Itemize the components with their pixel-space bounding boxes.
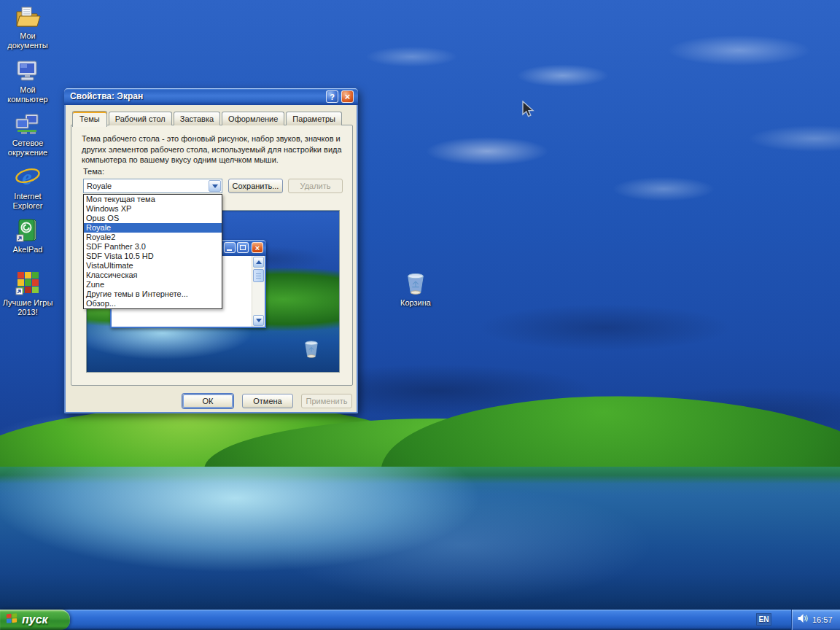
windows-flag-icon <box>6 612 18 627</box>
desktop-icon-my-computer[interactable]: Мой компьютер <box>0 57 55 104</box>
wallpaper-water <box>0 467 840 610</box>
scroll-down-icon <box>253 315 264 326</box>
start-button-label: пуск <box>22 613 48 626</box>
theme-description: Тема рабочего стола - это фоновый рисуно… <box>82 133 346 166</box>
scroll-up-icon <box>253 257 264 268</box>
desktop-icon-internet-explorer[interactable]: e Internet Explorer <box>0 163 55 211</box>
theme-list-item[interactable]: Обзор... <box>84 299 222 308</box>
minimize-icon <box>224 242 236 253</box>
save-theme-button[interactable]: Сохранить... <box>228 179 283 193</box>
theme-list-item[interactable]: Windows XP <box>84 204 222 214</box>
ie-icon: e <box>0 163 55 190</box>
preview-scrollbar <box>252 256 265 327</box>
icon-label: Internet Explorer <box>0 192 55 211</box>
computer-icon <box>0 57 55 83</box>
theme-list-item[interactable]: Классическая <box>84 271 222 280</box>
games-cube-icon <box>0 270 55 296</box>
theme-list-item[interactable]: Моя текущая тема <box>84 195 222 204</box>
theme-field-label: Тема: <box>83 167 104 176</box>
icon-label: Мой компьютер <box>0 85 55 104</box>
preview-recycle-bin-icon <box>303 338 320 361</box>
tab-settings[interactable]: Параметры <box>286 112 342 125</box>
language-indicator[interactable]: EN <box>756 613 771 626</box>
folder-documents-icon <box>0 3 55 29</box>
icon-label: Лучшие Игры 2013! <box>0 298 55 317</box>
icon-label: Мои документы <box>0 31 55 50</box>
dialog-title: Свойства: Экран <box>70 91 143 101</box>
theme-dropdown-list: Моя текущая тема Windows XP Opus OS Roya… <box>83 194 222 309</box>
combo-dropdown-button[interactable] <box>209 180 221 192</box>
desktop: Мои документы Мой компьютер <box>0 0 840 630</box>
icon-label: Сетевое окружение <box>0 139 55 158</box>
recycle-bin-icon <box>388 270 443 296</box>
tab-appearance[interactable]: Оформление <box>222 112 284 125</box>
theme-list-item-selected[interactable]: Royale <box>84 223 222 233</box>
start-button[interactable]: пуск <box>0 610 70 630</box>
taskbar-clock[interactable]: 16:57 <box>812 615 833 624</box>
taskbar: пуск EN 16:57 <box>0 610 840 630</box>
cancel-button[interactable]: Отмена <box>242 394 293 408</box>
theme-list-item[interactable]: Другие темы в Интернете... <box>84 289 222 299</box>
help-icon[interactable] <box>326 90 338 103</box>
ok-button[interactable]: ОК <box>182 394 233 408</box>
apply-button[interactable]: Применить <box>301 394 352 408</box>
tab-desktop[interactable]: Рабочий стол <box>109 112 172 125</box>
theme-list-item[interactable]: SDF Panther 3.0 <box>84 242 222 252</box>
icon-label: Корзина <box>388 298 443 308</box>
theme-list-item[interactable]: VistaUltimate <box>84 261 222 271</box>
scrollbar-thumb <box>253 269 264 282</box>
delete-theme-button[interactable]: Удалить <box>288 179 343 193</box>
desktop-icon-best-games[interactable]: Лучшие Игры 2013! <box>0 270 55 317</box>
tab-themes[interactable]: Темы <box>72 111 107 127</box>
notepad-app-icon <box>0 217 55 243</box>
theme-list-item[interactable]: Royale2 <box>84 233 222 242</box>
theme-list-item[interactable]: SDF Vista 10.5 HD <box>84 252 222 261</box>
svg-text:e: e <box>22 165 31 189</box>
volume-icon[interactable] <box>797 613 809 626</box>
dialog-titlebar[interactable]: Свойства: Экран <box>64 88 358 105</box>
tab-screensaver[interactable]: Заставка <box>174 112 220 125</box>
system-tray: 16:57 <box>791 610 840 630</box>
chevron-down-icon <box>212 184 218 188</box>
close-icon <box>252 242 263 253</box>
dialog-tabs: Темы Рабочий стол Заставка Оформление Па… <box>72 111 342 125</box>
desktop-icon-akelpad[interactable]: AkelPad <box>0 217 55 254</box>
theme-combobox[interactable]: Royale <box>83 179 222 193</box>
network-icon <box>0 110 55 136</box>
theme-list-item[interactable]: Opus OS <box>84 214 222 223</box>
display-properties-dialog: Свойства: Экран Темы Рабочий стол Застав… <box>64 88 358 413</box>
theme-list-item[interactable]: Zune <box>84 280 222 289</box>
desktop-icon-network-places[interactable]: Сетевое окружение <box>0 110 55 158</box>
icon-label: AkelPad <box>0 245 55 254</box>
desktop-icon-recycle-bin[interactable]: Корзина <box>388 270 443 308</box>
close-icon[interactable] <box>341 90 354 103</box>
desktop-icon-my-documents[interactable]: Мои документы <box>0 3 55 50</box>
maximize-icon <box>237 242 249 253</box>
theme-combobox-value: Royale <box>87 182 112 190</box>
